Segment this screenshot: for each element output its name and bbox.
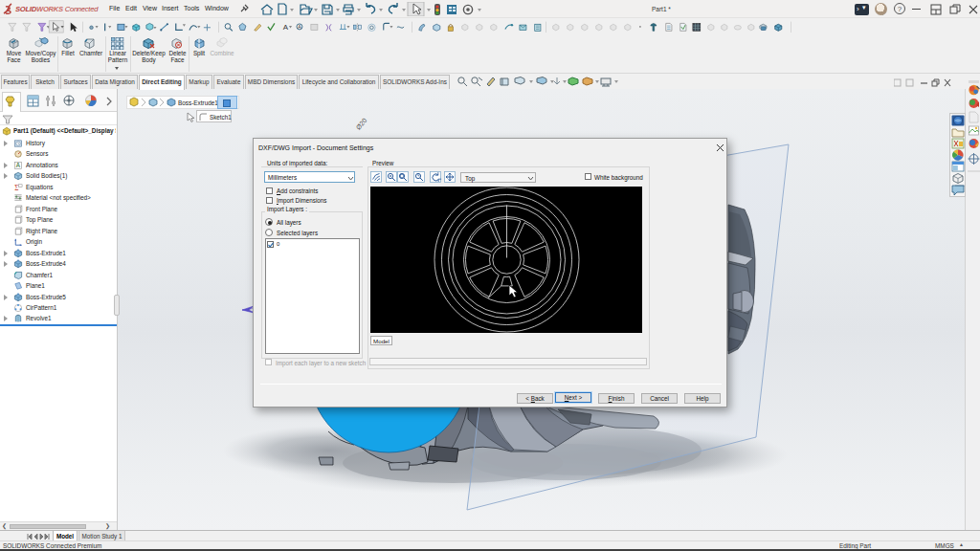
svg-text:A: A — [298, 24, 301, 30]
svg-text:A: A — [16, 162, 21, 168]
svg-text:Σ: Σ — [14, 185, 18, 192]
svg-text:Boss-Extrude1: Boss-Extrude1 — [178, 99, 218, 106]
svg-text:A: A — [283, 23, 289, 32]
